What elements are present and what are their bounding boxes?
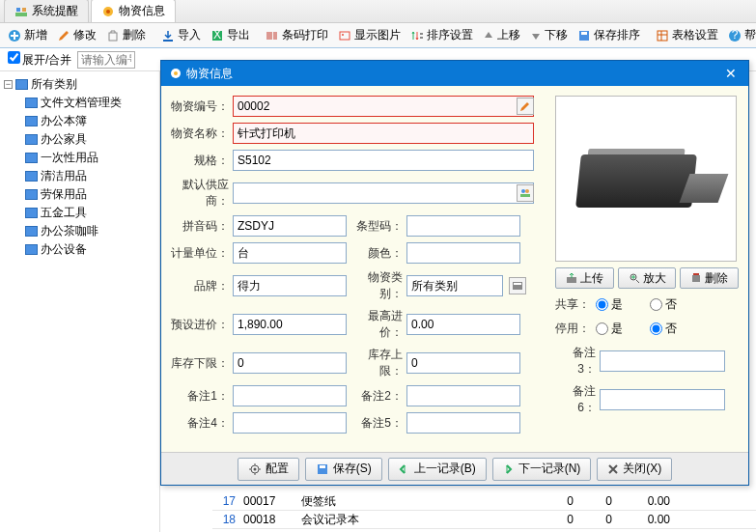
img-delete-button[interactable]: 删除 xyxy=(680,267,739,289)
svg-rect-23 xyxy=(520,194,530,197)
label: 库存下限： xyxy=(171,355,229,372)
tree-label: 一次性用品 xyxy=(41,150,98,166)
printer-icon xyxy=(569,135,723,222)
delete-button[interactable]: 删除 xyxy=(102,25,150,45)
svg-point-11 xyxy=(342,34,344,36)
expand-toggle[interactable]: 展开/合并 xyxy=(8,51,71,69)
users-icon xyxy=(14,5,28,18)
spec-field[interactable] xyxy=(233,150,534,171)
svg-rect-7 xyxy=(163,40,173,42)
next-button[interactable]: 下一记录(N) xyxy=(492,458,592,481)
move-down-button[interactable]: 下移 xyxy=(526,25,572,45)
label: 备注3： xyxy=(555,345,596,378)
prev-button[interactable]: 上一记录(B) xyxy=(388,458,487,481)
stockmax-field[interactable] xyxy=(406,352,520,374)
preprice-field[interactable] xyxy=(233,314,347,335)
table-row[interactable]: 1700017便签纸000.00 xyxy=(212,492,756,511)
tab-system-remind[interactable]: 系统提醒 xyxy=(4,0,89,22)
tab-material-info[interactable]: 物资信息 xyxy=(91,0,176,22)
dialog-footer: 配置 保存(S) 上一记录(B) 下一记录(N) 关闭(X) xyxy=(161,452,748,485)
category-field[interactable] xyxy=(406,275,503,296)
remark6-field[interactable] xyxy=(600,389,725,410)
dialog-title: 物资信息 xyxy=(186,66,233,82)
svg-rect-0 xyxy=(16,8,20,12)
folder-icon xyxy=(25,134,38,145)
remark5-field[interactable] xyxy=(406,412,520,434)
label: 物资编号： xyxy=(171,98,229,115)
share-yes-radio[interactable]: 是 xyxy=(596,296,644,313)
sort-config-button[interactable]: 排序设置 xyxy=(406,25,477,45)
edit-code-icon[interactable] xyxy=(517,98,534,115)
folder-icon xyxy=(25,244,38,255)
move-up-button[interactable]: 上移 xyxy=(479,25,524,45)
maxprice-field[interactable] xyxy=(406,314,520,335)
svg-rect-6 xyxy=(109,33,117,41)
remark1-field[interactable] xyxy=(233,385,347,406)
svg-rect-2 xyxy=(15,13,27,16)
config-button[interactable]: 配置 xyxy=(238,458,299,481)
label: 备注1： xyxy=(171,388,229,405)
disable-no-radio[interactable]: 否 xyxy=(650,321,698,337)
supplier-lookup-icon[interactable] xyxy=(517,184,534,202)
tree-item[interactable]: 办公家具 xyxy=(25,130,155,149)
close-icon[interactable]: ✕ xyxy=(721,66,741,81)
label: 最高进价： xyxy=(350,308,403,341)
share-no-radio[interactable]: 否 xyxy=(650,296,698,313)
category-lookup-icon[interactable] xyxy=(509,277,526,294)
tree-label: 文件文档管理类 xyxy=(41,95,122,111)
code-field[interactable] xyxy=(233,96,534,117)
help-button[interactable]: ?帮 xyxy=(724,25,756,45)
name-field[interactable] xyxy=(233,123,534,144)
collapse-icon[interactable]: − xyxy=(4,80,13,89)
remark2-field[interactable] xyxy=(406,385,520,406)
zoom-button[interactable]: 放大 xyxy=(618,267,677,289)
save-sort-button[interactable]: 保存排序 xyxy=(574,25,644,45)
add-button[interactable]: 新增 xyxy=(4,25,51,45)
tree-item[interactable]: 办公本簿 xyxy=(25,112,155,130)
supplier-field[interactable] xyxy=(233,182,534,204)
table-config-button[interactable]: 表格设置 xyxy=(652,25,722,45)
show-image-button[interactable]: 显示图片 xyxy=(334,25,405,45)
disable-yes-radio[interactable]: 是 xyxy=(596,321,644,337)
tree-item[interactable]: 五金工具 xyxy=(25,204,155,222)
search-input[interactable] xyxy=(77,51,135,69)
barcode-print-button[interactable]: 条码打印 xyxy=(262,25,332,45)
close-button[interactable]: 关闭(X) xyxy=(597,458,672,481)
tree-item[interactable]: 办公设备 xyxy=(25,240,155,259)
tree-item[interactable]: 清洁用品 xyxy=(25,167,155,185)
label: 规格： xyxy=(171,153,229,169)
tree-item[interactable]: 劳保用品 xyxy=(25,185,155,204)
tree-item[interactable]: 一次性用品 xyxy=(25,149,155,167)
tree-item[interactable]: 文件文档管理类 xyxy=(25,94,155,112)
import-button[interactable]: 导入 xyxy=(157,25,205,45)
brand-field[interactable] xyxy=(233,275,347,296)
material-info-dialog: 物资信息 ✕ 物资编号： 物资名称： 规格： 默认供应商： 拼音码： 条型码： xyxy=(160,60,749,486)
barcode-field[interactable] xyxy=(406,215,520,237)
stockmin-field[interactable] xyxy=(233,352,347,374)
edit-button[interactable]: 修改 xyxy=(53,25,100,45)
upload-button[interactable]: 上传 xyxy=(555,267,614,289)
svg-rect-16 xyxy=(658,31,667,41)
label: 备注5： xyxy=(350,415,403,432)
save-button[interactable]: 保存(S) xyxy=(305,458,382,481)
remark3-field[interactable] xyxy=(600,350,725,372)
svg-point-20 xyxy=(174,71,178,75)
export-button[interactable]: X导出 xyxy=(207,25,254,45)
tree-label: 办公本簿 xyxy=(41,113,87,129)
folder-icon xyxy=(25,226,38,237)
unit-field[interactable] xyxy=(233,242,347,264)
label: 物资名称： xyxy=(171,126,229,142)
remark4-field[interactable] xyxy=(233,412,347,434)
tab-label: 物资信息 xyxy=(119,3,165,19)
dialog-titlebar[interactable]: 物资信息 ✕ xyxy=(161,61,748,86)
label: 预设进价： xyxy=(171,317,229,333)
pinyin-field[interactable] xyxy=(233,215,347,237)
svg-text:X: X xyxy=(213,29,221,42)
table-row[interactable]: 1800018会议记录本000.00 xyxy=(212,511,756,529)
color-field[interactable] xyxy=(406,242,520,264)
material-icon xyxy=(169,67,182,80)
tree-item[interactable]: 办公茶咖啡 xyxy=(25,222,155,240)
data-grid: 1700017便签纸000.001800018会议记录本000.00 xyxy=(212,492,756,529)
tree-label: 所有类别 xyxy=(31,76,77,93)
tree-root[interactable]: − 所有类别 xyxy=(4,75,155,94)
